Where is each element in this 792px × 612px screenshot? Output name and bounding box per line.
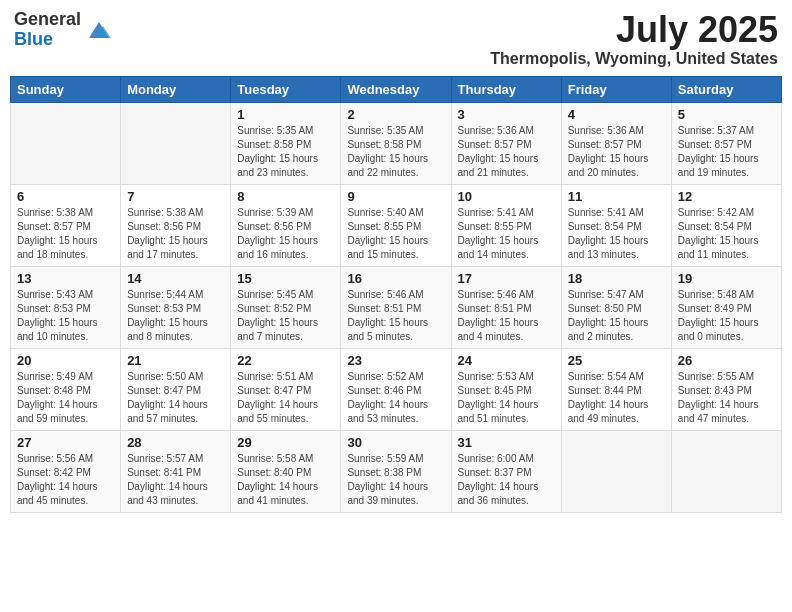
calendar-cell: 6Sunrise: 5:38 AM Sunset: 8:57 PM Daylig… [11,184,121,266]
day-info: Sunrise: 5:48 AM Sunset: 8:49 PM Dayligh… [678,288,775,344]
calendar-cell: 24Sunrise: 5:53 AM Sunset: 8:45 PM Dayli… [451,348,561,430]
day-number: 28 [127,435,224,450]
calendar-week-row: 13Sunrise: 5:43 AM Sunset: 8:53 PM Dayli… [11,266,782,348]
calendar-cell: 14Sunrise: 5:44 AM Sunset: 8:53 PM Dayli… [121,266,231,348]
day-info: Sunrise: 5:41 AM Sunset: 8:55 PM Dayligh… [458,206,555,262]
calendar-cell: 19Sunrise: 5:48 AM Sunset: 8:49 PM Dayli… [671,266,781,348]
calendar-cell: 16Sunrise: 5:46 AM Sunset: 8:51 PM Dayli… [341,266,451,348]
day-of-week-header: Thursday [451,76,561,102]
day-info: Sunrise: 5:56 AM Sunset: 8:42 PM Dayligh… [17,452,114,508]
calendar-table: SundayMondayTuesdayWednesdayThursdayFrid… [10,76,782,513]
day-number: 12 [678,189,775,204]
day-info: Sunrise: 5:46 AM Sunset: 8:51 PM Dayligh… [347,288,444,344]
day-info: Sunrise: 5:49 AM Sunset: 8:48 PM Dayligh… [17,370,114,426]
day-info: Sunrise: 5:36 AM Sunset: 8:57 PM Dayligh… [458,124,555,180]
calendar-cell [121,102,231,184]
calendar-cell: 27Sunrise: 5:56 AM Sunset: 8:42 PM Dayli… [11,430,121,512]
calendar-header-row: SundayMondayTuesdayWednesdayThursdayFrid… [11,76,782,102]
day-number: 15 [237,271,334,286]
day-number: 16 [347,271,444,286]
calendar-cell: 30Sunrise: 5:59 AM Sunset: 8:38 PM Dayli… [341,430,451,512]
calendar-week-row: 20Sunrise: 5:49 AM Sunset: 8:48 PM Dayli… [11,348,782,430]
calendar-week-row: 6Sunrise: 5:38 AM Sunset: 8:57 PM Daylig… [11,184,782,266]
calendar-cell: 11Sunrise: 5:41 AM Sunset: 8:54 PM Dayli… [561,184,671,266]
day-of-week-header: Monday [121,76,231,102]
day-number: 11 [568,189,665,204]
day-info: Sunrise: 5:59 AM Sunset: 8:38 PM Dayligh… [347,452,444,508]
day-number: 24 [458,353,555,368]
calendar-subtitle: Thermopolis, Wyoming, United States [490,50,778,68]
day-of-week-header: Wednesday [341,76,451,102]
calendar-cell: 15Sunrise: 5:45 AM Sunset: 8:52 PM Dayli… [231,266,341,348]
calendar-cell: 8Sunrise: 5:39 AM Sunset: 8:56 PM Daylig… [231,184,341,266]
day-number: 4 [568,107,665,122]
calendar-cell [561,430,671,512]
calendar-cell: 21Sunrise: 5:50 AM Sunset: 8:47 PM Dayli… [121,348,231,430]
day-number: 13 [17,271,114,286]
logo-icon [85,16,113,44]
calendar-cell: 23Sunrise: 5:52 AM Sunset: 8:46 PM Dayli… [341,348,451,430]
day-number: 1 [237,107,334,122]
day-info: Sunrise: 5:43 AM Sunset: 8:53 PM Dayligh… [17,288,114,344]
day-info: Sunrise: 5:46 AM Sunset: 8:51 PM Dayligh… [458,288,555,344]
day-number: 9 [347,189,444,204]
day-number: 7 [127,189,224,204]
day-number: 21 [127,353,224,368]
day-info: Sunrise: 5:53 AM Sunset: 8:45 PM Dayligh… [458,370,555,426]
logo-blue-text: Blue [14,30,81,50]
day-info: Sunrise: 5:42 AM Sunset: 8:54 PM Dayligh… [678,206,775,262]
calendar-cell [671,430,781,512]
page-header: General Blue July 2025 Thermopolis, Wyom… [10,10,782,68]
day-number: 23 [347,353,444,368]
day-number: 30 [347,435,444,450]
day-info: Sunrise: 5:55 AM Sunset: 8:43 PM Dayligh… [678,370,775,426]
calendar-cell: 26Sunrise: 5:55 AM Sunset: 8:43 PM Dayli… [671,348,781,430]
day-number: 29 [237,435,334,450]
day-number: 14 [127,271,224,286]
day-number: 22 [237,353,334,368]
calendar-cell: 10Sunrise: 5:41 AM Sunset: 8:55 PM Dayli… [451,184,561,266]
calendar-cell: 9Sunrise: 5:40 AM Sunset: 8:55 PM Daylig… [341,184,451,266]
day-number: 17 [458,271,555,286]
day-info: Sunrise: 5:51 AM Sunset: 8:47 PM Dayligh… [237,370,334,426]
calendar-cell: 20Sunrise: 5:49 AM Sunset: 8:48 PM Dayli… [11,348,121,430]
day-info: Sunrise: 5:36 AM Sunset: 8:57 PM Dayligh… [568,124,665,180]
day-info: Sunrise: 5:54 AM Sunset: 8:44 PM Dayligh… [568,370,665,426]
day-number: 8 [237,189,334,204]
calendar-cell: 1Sunrise: 5:35 AM Sunset: 8:58 PM Daylig… [231,102,341,184]
calendar-cell: 2Sunrise: 5:35 AM Sunset: 8:58 PM Daylig… [341,102,451,184]
day-of-week-header: Saturday [671,76,781,102]
calendar-cell: 3Sunrise: 5:36 AM Sunset: 8:57 PM Daylig… [451,102,561,184]
calendar-cell: 7Sunrise: 5:38 AM Sunset: 8:56 PM Daylig… [121,184,231,266]
calendar-title: July 2025 [490,10,778,50]
day-info: Sunrise: 5:38 AM Sunset: 8:57 PM Dayligh… [17,206,114,262]
day-info: Sunrise: 5:38 AM Sunset: 8:56 PM Dayligh… [127,206,224,262]
day-info: Sunrise: 5:37 AM Sunset: 8:57 PM Dayligh… [678,124,775,180]
calendar-week-row: 27Sunrise: 5:56 AM Sunset: 8:42 PM Dayli… [11,430,782,512]
calendar-cell: 28Sunrise: 5:57 AM Sunset: 8:41 PM Dayli… [121,430,231,512]
calendar-cell: 17Sunrise: 5:46 AM Sunset: 8:51 PM Dayli… [451,266,561,348]
day-number: 20 [17,353,114,368]
day-of-week-header: Tuesday [231,76,341,102]
day-number: 10 [458,189,555,204]
logo: General Blue [14,10,113,50]
day-info: Sunrise: 5:57 AM Sunset: 8:41 PM Dayligh… [127,452,224,508]
day-info: Sunrise: 5:41 AM Sunset: 8:54 PM Dayligh… [568,206,665,262]
day-info: Sunrise: 5:39 AM Sunset: 8:56 PM Dayligh… [237,206,334,262]
day-info: Sunrise: 5:35 AM Sunset: 8:58 PM Dayligh… [347,124,444,180]
calendar-week-row: 1Sunrise: 5:35 AM Sunset: 8:58 PM Daylig… [11,102,782,184]
calendar-cell: 4Sunrise: 5:36 AM Sunset: 8:57 PM Daylig… [561,102,671,184]
day-info: Sunrise: 5:47 AM Sunset: 8:50 PM Dayligh… [568,288,665,344]
day-number: 31 [458,435,555,450]
day-of-week-header: Sunday [11,76,121,102]
calendar-cell: 31Sunrise: 6:00 AM Sunset: 8:37 PM Dayli… [451,430,561,512]
calendar-cell: 25Sunrise: 5:54 AM Sunset: 8:44 PM Dayli… [561,348,671,430]
day-info: Sunrise: 6:00 AM Sunset: 8:37 PM Dayligh… [458,452,555,508]
day-number: 5 [678,107,775,122]
calendar-cell [11,102,121,184]
calendar-cell: 13Sunrise: 5:43 AM Sunset: 8:53 PM Dayli… [11,266,121,348]
calendar-cell: 12Sunrise: 5:42 AM Sunset: 8:54 PM Dayli… [671,184,781,266]
calendar-cell: 29Sunrise: 5:58 AM Sunset: 8:40 PM Dayli… [231,430,341,512]
day-number: 6 [17,189,114,204]
day-number: 26 [678,353,775,368]
